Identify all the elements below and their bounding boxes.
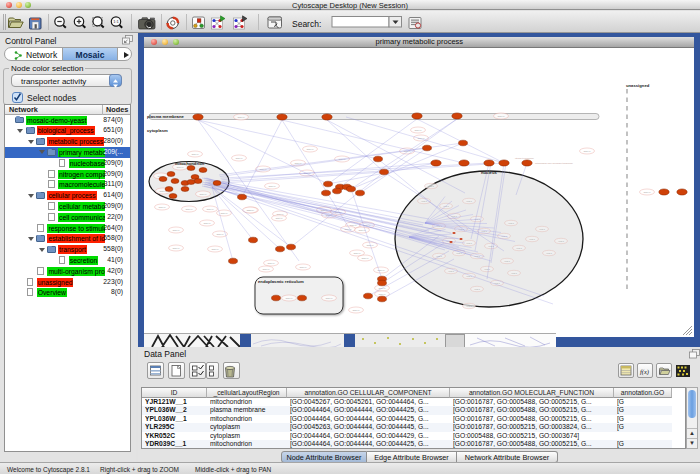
svg-text:Gka4 p: Gka4 p <box>186 207 194 209</box>
svg-text:Gka4 p: Gka4 p <box>207 207 215 209</box>
svg-text:mitochondrion: mitochondrion <box>175 161 205 166</box>
svg-text:Yer1 p: Yer1 p <box>504 259 511 261</box>
svg-text:Gka4 p: Gka4 p <box>212 247 220 249</box>
svg-text:Yer1 p: Yer1 p <box>558 239 565 241</box>
svg-text:Gka4 p: Gka4 p <box>192 152 200 154</box>
svg-text:Gka4 p: Gka4 p <box>362 256 370 258</box>
svg-text:f(x): f(x) <box>640 368 649 376</box>
svg-text:Yer1 p: Yer1 p <box>466 304 473 306</box>
svg-text:Yer1 p: Yer1 p <box>516 246 523 248</box>
svg-text:Yer1 p: Yer1 p <box>466 199 473 201</box>
svg-text:Gka4 p: Gka4 p <box>269 184 277 186</box>
svg-text:Gka4 p: Gka4 p <box>238 115 246 117</box>
svg-text:Yer1 p: Yer1 p <box>511 271 518 273</box>
svg-text:Gka4 p: Gka4 p <box>268 261 276 263</box>
svg-text:Gka4 p: Gka4 p <box>177 165 185 167</box>
svg-text:Gka4 p: Gka4 p <box>236 156 244 158</box>
svg-text:1:1: 1:1 <box>113 19 119 24</box>
svg-text:Gka4 p: Gka4 p <box>300 265 308 267</box>
svg-text:Gka4 p: Gka4 p <box>644 190 652 192</box>
svg-text:integral to membrane: integral to membrane <box>515 157 535 159</box>
svg-text:plasma membrane: plasma membrane <box>147 114 184 119</box>
svg-text:unassigned: unassigned <box>626 83 650 88</box>
svg-text:Gka4 p: Gka4 p <box>584 149 592 151</box>
svg-text:Gka4 p: Gka4 p <box>159 205 167 207</box>
svg-text:Yer1 p: Yer1 p <box>529 237 536 239</box>
svg-text:Yer1 p: Yer1 p <box>539 227 546 229</box>
svg-text:Yer1 p: Yer1 p <box>484 267 491 269</box>
svg-text:Gka4 p: Gka4 p <box>204 221 212 223</box>
svg-text:Yer1 p: Yer1 p <box>428 184 435 186</box>
svg-text:Gka4 p: Gka4 p <box>353 308 361 310</box>
svg-text:Yer1 p: Yer1 p <box>546 251 553 253</box>
svg-text:Gka4 p: Gka4 p <box>247 208 255 210</box>
svg-text:Gka4 p: Gka4 p <box>276 216 284 218</box>
svg-text:Gka4 p: Gka4 p <box>379 292 387 294</box>
svg-text:Gka4 p: Gka4 p <box>221 211 229 213</box>
svg-text:Gka4 p: Gka4 p <box>173 246 181 248</box>
svg-text:mitochondrial inner membrane t: mitochondrial inner membrane translocase <box>535 162 574 164</box>
svg-text:Gka4 p: Gka4 p <box>173 228 181 230</box>
svg-text:Search:: Search: <box>292 19 321 29</box>
svg-text:Gka4 p: Gka4 p <box>286 296 294 298</box>
svg-text:Gka4 p: Gka4 p <box>263 267 271 269</box>
svg-text:Gka4 p: Gka4 p <box>498 114 506 116</box>
svg-text:cytoplasm: cytoplasm <box>147 128 168 133</box>
svg-text:Gka4 p: Gka4 p <box>277 212 285 214</box>
svg-text:Gka4 p: Gka4 p <box>200 192 208 194</box>
svg-text:Gka4 p: Gka4 p <box>217 232 225 234</box>
svg-text:nucleus: nucleus <box>481 170 497 175</box>
svg-text:Gka4 p: Gka4 p <box>295 161 303 163</box>
svg-text:Yer1 p: Yer1 p <box>508 221 515 223</box>
svg-text:Gka4 p: Gka4 p <box>307 147 315 149</box>
svg-text:endoplasmic reticulum: endoplasmic reticulum <box>258 279 304 284</box>
svg-text:Gka4 p: Gka4 p <box>354 251 362 253</box>
svg-text:Gka4 p: Gka4 p <box>326 296 334 298</box>
svg-text:Gka4 p: Gka4 p <box>415 128 423 130</box>
svg-text:Yer1 p: Yer1 p <box>474 287 481 289</box>
svg-text:Yer1 p: Yer1 p <box>466 241 473 243</box>
